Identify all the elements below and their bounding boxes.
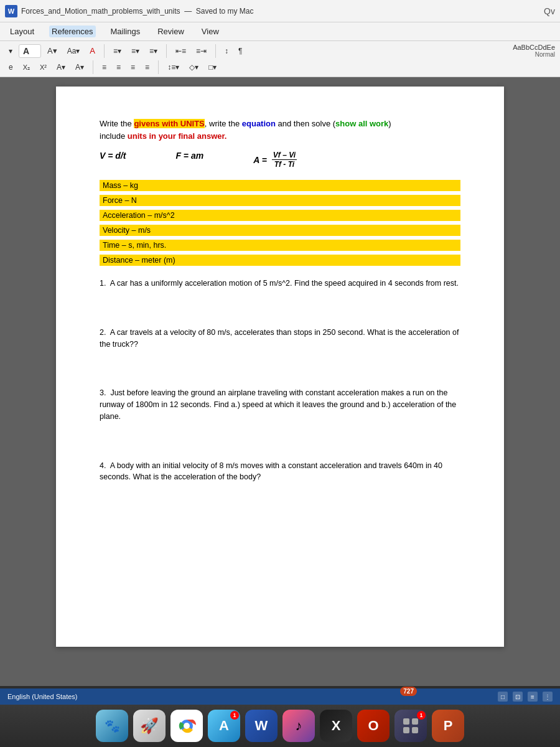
title-bar-left: W Forces_and_Motion_math_problems_with_u… (5, 5, 254, 17)
align-justify-btn[interactable]: ≡ (141, 61, 153, 73)
formula-v: V = d/t (100, 151, 126, 169)
dock-excel[interactable]: X (320, 710, 352, 742)
problem-4: 4. A body with an initial velocity of 8 … (100, 460, 460, 484)
menu-item-view[interactable]: View (199, 26, 222, 37)
key-acceleration: Acceleration – m/s^2 (100, 210, 460, 221)
align-center-btn[interactable]: ≡ (113, 61, 124, 73)
font-script-btn[interactable]: A (86, 44, 99, 57)
dock-finder[interactable]: 🐾 (96, 710, 128, 742)
givens-highlight: givens with UNITS (134, 119, 204, 128)
align-right-btn[interactable]: ≡ (127, 61, 139, 73)
svg-rect-3 (412, 718, 418, 725)
outdent-btn[interactable]: ⇤≡ (172, 45, 190, 57)
style-label: Normal (535, 51, 555, 58)
formula-f: F = am (175, 151, 203, 169)
units-highlight: units in your final answer. (128, 131, 227, 141)
problem-2: 2. A car travels at a velocity of 80 m/s… (100, 327, 460, 350)
problem-1-number: 1. (100, 279, 106, 288)
line-spacing-btn[interactable]: ↕≡▾ (164, 61, 183, 73)
word-app-icon: W (5, 5, 17, 17)
intro-text: Write the givens with UNITS, write the e… (100, 118, 460, 142)
status-icon-4[interactable]: ⋮ (543, 692, 553, 702)
status-right: □ ⊡ ≡ ⋮ (498, 692, 553, 702)
font-color-btn[interactable]: A▾ (44, 44, 61, 57)
formula-vf-vi: Vf – Vi (272, 151, 297, 160)
title-bar-icons: Qv (544, 6, 555, 16)
key-force: Force – N (100, 195, 460, 206)
problem-4-text: A body with an initial velocity of 8 m/s… (100, 461, 442, 482)
key-mass: Mass – kg (100, 180, 460, 191)
dock-grid[interactable]: 1 (394, 710, 427, 742)
font-bold-btn[interactable]: A (19, 44, 41, 58)
svg-point-1 (184, 723, 190, 729)
ribbon-sep3 (215, 44, 216, 58)
ribbon-sep5 (158, 60, 159, 74)
formula-tf-ti: Tf - Ti (273, 160, 296, 169)
formula-a: A = Vf – Vi Tf - Ti (253, 151, 297, 169)
search-button[interactable]: Qv (544, 6, 555, 16)
list-style-btn3[interactable]: ≡▾ (146, 45, 161, 57)
ribbon-sep4 (93, 60, 93, 74)
dock-music[interactable]: ♪ (282, 710, 315, 742)
status-icon-1[interactable]: □ (498, 692, 508, 702)
formula-f-text: F = am (175, 151, 203, 161)
subscript-label: X₂ (19, 62, 34, 73)
shading-btn[interactable]: ◇▾ (185, 61, 202, 73)
font-aa-btn[interactable]: Aa▾ (63, 45, 84, 57)
problem-2-text: A car travels at a velocity of 80 m/s, a… (100, 328, 459, 349)
key-time: Time – s, min, hrs. (100, 240, 460, 251)
grid-badge: 1 (417, 711, 426, 720)
ribbon-row1: ▾ A A▾ Aa▾ A ≡▾ ≡▾ ≡▾ ⇤≡ ≡⇥ ↕ ¶ AaBbCcDd… (5, 44, 555, 58)
show-work-highlight: show all work (335, 119, 388, 128)
language-status: English (United States) (7, 693, 78, 700)
dock-oracle[interactable]: O (357, 710, 390, 742)
svg-rect-4 (403, 727, 409, 733)
superscript-label: X² (36, 62, 50, 73)
font-color-a-btn[interactable]: A▾ (53, 61, 69, 73)
formulas-row: V = d/t F = am A = Vf – Vi Tf - Ti (100, 151, 460, 169)
menu-item-layout[interactable]: Layout (7, 26, 37, 37)
problem-3: 3. Just before leaving the ground an air… (100, 387, 460, 422)
problem-1: 1. A car has a uniformly acceleration mo… (100, 278, 460, 289)
document-page: Write the givens with UNITS, write the e… (56, 87, 504, 647)
font-highlight-btn[interactable]: A▾ (72, 61, 88, 73)
status-icon-2[interactable]: ⊡ (513, 692, 523, 702)
dock-appstore[interactable]: A 1 (208, 710, 240, 742)
dock-word[interactable]: W (245, 710, 278, 742)
status-bar: English (United States) □ ⊡ ≡ ⋮ (0, 688, 560, 705)
menu-item-review[interactable]: Review (155, 26, 187, 37)
menu-item-references[interactable]: References (49, 26, 95, 37)
ribbon-sep1 (104, 44, 105, 58)
appstore-badge: 1 (230, 711, 239, 720)
menu-item-mailings[interactable]: Mailings (108, 26, 143, 37)
document-title: Forces_and_Motion_math_problems_with_uni… (21, 7, 254, 16)
dock-launchpad[interactable]: 🚀 (133, 710, 166, 742)
title-bar: W Forces_and_Motion_math_problems_with_u… (0, 0, 560, 22)
formula-a-fraction: Vf – Vi Tf - Ti (272, 151, 297, 169)
border-btn[interactable]: □▾ (205, 61, 220, 73)
ribbon: ▾ A A▾ Aa▾ A ≡▾ ≡▾ ≡▾ ⇤≡ ≡⇥ ↕ ¶ AaBbCcDd… (0, 41, 560, 77)
list-style-btn2[interactable]: ≡▾ (128, 45, 143, 57)
dock-powerpoint[interactable]: P (432, 710, 464, 742)
font-arrow-btn[interactable]: ▾ (5, 45, 16, 57)
sort-btn[interactable]: ↕ (221, 45, 232, 57)
list-style-btn1[interactable]: ≡▾ (110, 45, 125, 57)
ribbon-sep2 (166, 44, 167, 58)
paragraph-marks-btn[interactable]: ¶ (235, 45, 246, 57)
style-preview-text: AaBbCcDdEe (513, 44, 555, 51)
status-icon-3[interactable]: ≡ (528, 692, 538, 702)
indent-btn[interactable]: ≡⇥ (192, 45, 210, 57)
svg-rect-2 (403, 718, 409, 725)
problem-2-number: 2. (100, 328, 106, 337)
svg-rect-5 (412, 727, 418, 733)
key-items: Mass – kg Force – N Acceleration – m/s^2… (100, 180, 460, 268)
problem-3-number: 3. (100, 388, 106, 397)
dock-chrome[interactable] (170, 710, 203, 742)
formula-a-label: A = (253, 155, 267, 165)
problem-3-text: Just before leaving the ground an airpla… (100, 388, 456, 421)
menu-bar: Layout References Mailings Review View (0, 22, 560, 41)
taskbar: 🐾 🚀 A 1 W ♪ X 727 O (0, 705, 560, 747)
ribbon-row2: e X₂ X² A▾ A▾ ≡ ≡ ≡ ≡ ↕≡▾ ◇▾ □▾ (5, 60, 555, 74)
strikethrough-btn[interactable]: e (5, 61, 17, 73)
align-left-btn[interactable]: ≡ (98, 61, 110, 73)
